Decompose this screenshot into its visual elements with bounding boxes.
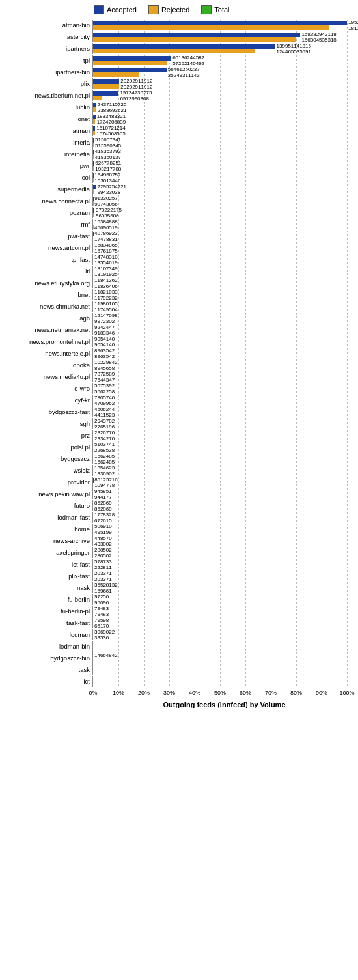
gridline [322, 606, 322, 617]
gridline [169, 172, 170, 183]
row-label: ict [3, 678, 92, 685]
bar-area: 90541409054140 [92, 336, 355, 347]
bar-area: 9725095096 [92, 594, 355, 605]
gridline [245, 207, 246, 218]
gridline [296, 570, 297, 581]
gridline [296, 395, 297, 406]
bar-value: 18334833211724206839 [97, 113, 126, 125]
gridline [322, 535, 322, 546]
gridline [245, 313, 246, 324]
chart-area: atman-bin195217911787181138315164asterci… [3, 20, 355, 688]
gridline [118, 277, 119, 288]
gridline [195, 664, 195, 675]
gridline [118, 465, 119, 476]
gridline [220, 90, 221, 101]
bar-value: 203371203371 [94, 570, 112, 582]
gridline [347, 547, 348, 558]
gridline [347, 20, 348, 31]
gridline [322, 184, 322, 195]
table-row: supermedia229525472199423033 [3, 184, 355, 195]
bar-value: 159382942118156304535318 [301, 31, 336, 43]
table-row: ict-fast578733222811 [3, 559, 355, 570]
gridline [296, 277, 297, 288]
table-row: prz23267702334270 [3, 430, 355, 441]
row-label: axelspringer [3, 549, 92, 556]
row-label: opoka [3, 361, 92, 369]
gridline [271, 289, 271, 300]
gridline [347, 336, 348, 347]
gridline [245, 652, 246, 664]
gridline [245, 148, 246, 160]
gridline [144, 113, 145, 124]
gridline [296, 676, 297, 687]
bar-value: 506910495199 [94, 524, 112, 535]
gridline [347, 441, 348, 453]
bar-value: 1474831013554619 [94, 254, 118, 266]
table-row: axelspringer280502280502 [3, 547, 355, 558]
gridline [195, 524, 195, 535]
gridline [220, 453, 221, 464]
gridline [118, 313, 119, 324]
gridline [322, 113, 322, 124]
table-row: news.netmaniak.net92424479183346 [3, 324, 355, 335]
table-row: news.intertele.pl89635428963542 [3, 348, 355, 359]
gridline [169, 254, 170, 265]
gridline [195, 90, 195, 101]
table-row: ipartners-bin5646125023735249311143 [3, 66, 355, 77]
gridline [118, 535, 119, 546]
gridline [220, 617, 221, 628]
gridline [271, 629, 271, 640]
gridline [322, 570, 322, 581]
gridline [245, 465, 246, 476]
gridline [169, 676, 170, 687]
gridline [347, 113, 348, 124]
gridline [296, 242, 297, 253]
gridline [245, 488, 246, 499]
gridline [322, 406, 322, 417]
gridline [195, 219, 195, 230]
gridline [195, 594, 195, 605]
gridline [347, 594, 348, 605]
row-label: news-archive [3, 537, 92, 544]
gridline [144, 430, 145, 441]
chart-container: Accepted Rejected Total atman-bin1952179… [0, 0, 358, 728]
gridline [144, 535, 145, 546]
gridline [195, 137, 195, 148]
bar-accepted [93, 103, 96, 107]
gridline [220, 219, 221, 230]
gridline [220, 113, 221, 124]
gridline [322, 676, 322, 687]
row-label: e-wro [3, 385, 92, 392]
gridline [169, 219, 170, 230]
gridline [296, 629, 297, 640]
table-row: lodman-fast1778328672615 [3, 512, 355, 523]
bar-accepted [93, 185, 96, 189]
gridline [245, 348, 246, 359]
gridline [245, 524, 246, 535]
gridline [144, 606, 145, 617]
gridline [296, 418, 297, 429]
row-label: news.pekin.waw.pl [3, 490, 92, 497]
gridline [347, 242, 348, 253]
gridline [347, 371, 348, 382]
gridline [220, 383, 221, 394]
gridline [296, 500, 297, 511]
row-label: task [3, 666, 92, 673]
gridline [296, 652, 297, 664]
gridline [144, 359, 145, 371]
bar-area: 945851944177 [92, 488, 355, 499]
gridline [169, 453, 170, 464]
gridline [296, 219, 297, 230]
gridline [322, 231, 322, 242]
gridline [347, 512, 348, 523]
gridline [322, 359, 322, 371]
bar-rejected [93, 131, 95, 135]
gridline [245, 629, 246, 640]
gridline [271, 148, 271, 160]
row-label: wsisiz [3, 467, 92, 474]
gridline [245, 383, 246, 394]
gridline [144, 652, 145, 664]
gridline [322, 582, 322, 593]
gridline [144, 336, 145, 347]
table-row: news.media4u.pl78725897644347 [3, 371, 355, 382]
